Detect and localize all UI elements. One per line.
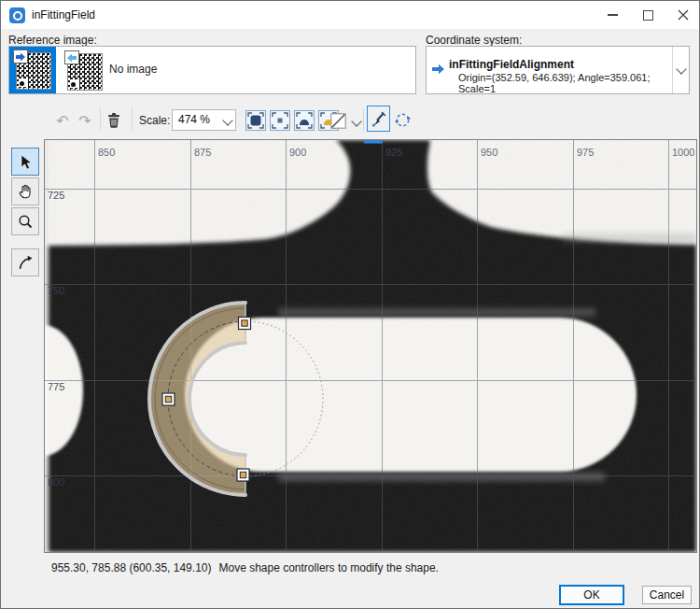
scale-label: Scale: xyxy=(139,114,170,127)
arc-icon xyxy=(17,254,34,271)
ruler-top-label: 950 xyxy=(481,147,497,158)
ruler-top-label: 850 xyxy=(98,147,115,158)
focus-strip xyxy=(364,140,383,144)
reference-image-box: No image xyxy=(8,46,416,94)
ruler-left-label: 750 xyxy=(48,285,64,296)
minimize-button[interactable] xyxy=(595,1,630,29)
scale-value: 474 % xyxy=(178,113,210,126)
trash-icon xyxy=(107,113,120,128)
ruler-top-label: 875 xyxy=(194,147,211,158)
coordinate-system-combobox[interactable]: inFittingFieldAlignment Origin=(352.59, … xyxy=(426,46,690,94)
zoom-fit-icon xyxy=(247,112,264,129)
undo-button[interactable]: ↶ xyxy=(53,110,72,131)
input-image-thumbnail[interactable] xyxy=(9,47,56,93)
ruler-left-label: 775 xyxy=(48,381,64,392)
probe-tool-button[interactable] xyxy=(367,106,390,132)
title-bar[interactable]: inFittingField xyxy=(1,1,699,29)
cancel-button[interactable]: Cancel xyxy=(642,586,692,604)
arc-tool-button[interactable] xyxy=(11,248,39,276)
ruler-top-label: 975 xyxy=(577,147,594,158)
no-image-text: No image xyxy=(109,63,157,76)
output-image-thumbnail[interactable] xyxy=(60,49,105,92)
ok-button[interactable]: OK xyxy=(559,585,624,605)
zoom-tool-button[interactable] xyxy=(11,207,39,235)
ruler-left-label: 800 xyxy=(48,476,64,488)
zoom-fit-width-button[interactable] xyxy=(294,110,315,131)
alignment-details: Origin=(352.59, 646.639); Angle=359.061;… xyxy=(458,72,689,94)
arrow-left-icon xyxy=(64,50,79,64)
infittingfield-dialog: inFittingField Reference image: xyxy=(0,0,700,609)
close-icon xyxy=(678,9,689,21)
zoom-fit-width-icon xyxy=(296,112,313,129)
ruler-top-label: 925 xyxy=(385,147,402,158)
zoom-fit-button[interactable] xyxy=(245,110,266,131)
left-handle[interactable] xyxy=(162,393,175,405)
canvas-view: 850 875 900 925 950 975 1000 725 750 775… xyxy=(45,140,696,552)
status-hint: Move shape controllers to modify the sha… xyxy=(218,561,438,574)
maximize-icon xyxy=(643,10,653,21)
zoom-actual-size-icon xyxy=(272,112,288,129)
cursor-coordinates: 955.30, 785.88 (600.35, 149.10) xyxy=(51,561,211,574)
input-image-preview-icon xyxy=(16,52,51,90)
maximize-button[interactable] xyxy=(630,1,665,29)
dropdown-button[interactable] xyxy=(672,47,689,93)
zoom-actual-size-button[interactable] xyxy=(270,110,290,131)
probe-needle-icon xyxy=(370,110,387,128)
coordinate-system-label: Coordinate system: xyxy=(426,34,522,47)
no-background-icon xyxy=(330,113,346,129)
chevron-down-icon xyxy=(222,115,232,125)
ruler-top-label: 1000 xyxy=(672,147,694,158)
redo-icon: ↷ xyxy=(78,112,91,130)
hand-icon xyxy=(17,183,34,200)
select-tool-button[interactable] xyxy=(11,148,39,176)
ruler-top-label: 900 xyxy=(289,147,306,158)
background-style-button[interactable] xyxy=(328,111,348,131)
rotate-icon xyxy=(394,111,412,129)
close-button[interactable] xyxy=(665,1,700,29)
rotate-view-button[interactable] xyxy=(392,109,413,130)
magnifier-icon xyxy=(17,213,34,230)
pan-tool-button[interactable] xyxy=(11,177,39,205)
image-editor-canvas[interactable]: 850 875 900 925 950 975 1000 725 750 775… xyxy=(44,139,697,553)
minimize-icon xyxy=(608,14,618,16)
undo-icon: ↶ xyxy=(56,112,68,130)
arrow-right-icon xyxy=(13,50,28,64)
ruler-left-label: 725 xyxy=(48,190,64,201)
scale-combobox[interactable]: 474 % xyxy=(172,109,236,131)
delete-button[interactable] xyxy=(104,109,124,132)
filter-icon xyxy=(9,7,25,23)
cursor-icon xyxy=(18,154,33,170)
bottom-handle[interactable] xyxy=(237,469,249,481)
window-title: inFittingField xyxy=(32,8,95,21)
status-bar: 955.30, 785.88 (600.35, 149.10)Move shap… xyxy=(51,561,439,574)
top-handle[interactable] xyxy=(239,318,251,330)
arrow-right-icon xyxy=(432,64,444,75)
image-noise xyxy=(49,140,696,552)
chevron-down-icon[interactable] xyxy=(351,116,361,126)
reference-image-label: Reference image: xyxy=(8,34,97,47)
output-image-preview-icon xyxy=(67,53,103,91)
chevron-down-icon xyxy=(676,64,686,74)
redo-button[interactable]: ↷ xyxy=(76,110,94,131)
alignment-name: inFittingFieldAlignment xyxy=(449,58,574,71)
